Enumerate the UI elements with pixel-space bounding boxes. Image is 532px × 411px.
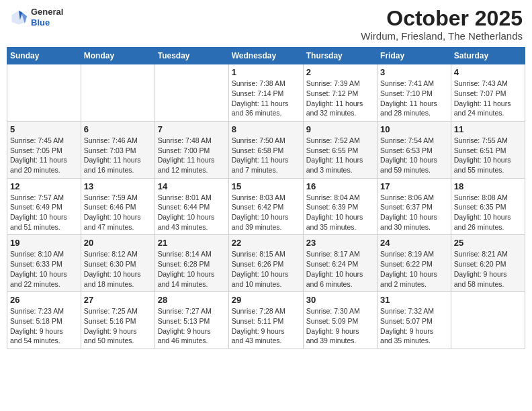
logo-blue: Blue — [31, 17, 63, 28]
day-info: Sunrise: 7:48 AM Sunset: 7:00 PM Dayligh… — [158, 136, 226, 175]
weekday-header: Wednesday — [228, 48, 303, 64]
calendar-cell — [451, 292, 525, 349]
day-info: Sunrise: 7:46 AM Sunset: 7:03 PM Dayligh… — [84, 136, 152, 175]
weekday-header: Saturday — [451, 48, 525, 64]
day-number: 12 — [10, 181, 78, 191]
calendar-cell: 12Sunrise: 7:57 AM Sunset: 6:49 PM Dayli… — [7, 178, 81, 235]
calendar-cell: 17Sunrise: 8:06 AM Sunset: 6:37 PM Dayli… — [378, 178, 451, 235]
day-number: 9 — [306, 124, 374, 134]
calendar-cell: 18Sunrise: 8:08 AM Sunset: 6:35 PM Dayli… — [451, 178, 525, 235]
calendar-cell: 24Sunrise: 8:19 AM Sunset: 6:22 PM Dayli… — [378, 235, 451, 292]
day-info: Sunrise: 7:27 AM Sunset: 5:13 PM Dayligh… — [158, 306, 226, 346]
logo-text: General Blue — [31, 7, 63, 28]
day-number: 2 — [306, 67, 374, 77]
day-number: 29 — [232, 295, 300, 305]
logo-icon — [9, 8, 28, 27]
day-number: 1 — [232, 67, 300, 77]
day-number: 6 — [84, 124, 152, 134]
day-number: 25 — [454, 238, 522, 248]
day-info: Sunrise: 7:23 AM Sunset: 5:18 PM Dayligh… — [10, 306, 78, 346]
calendar-cell — [81, 64, 154, 122]
weekday-header: Friday — [378, 48, 451, 64]
calendar-cell — [154, 64, 228, 122]
calendar-cell: 3Sunrise: 7:41 AM Sunset: 7:10 PM Daylig… — [378, 64, 451, 122]
calendar-cell: 31Sunrise: 7:32 AM Sunset: 5:07 PM Dayli… — [378, 292, 451, 349]
day-info: Sunrise: 8:15 AM Sunset: 6:26 PM Dayligh… — [232, 249, 300, 289]
day-number: 15 — [232, 181, 300, 191]
calendar-cell — [7, 64, 81, 122]
day-number: 23 — [306, 238, 374, 248]
calendar-week-row: 5Sunrise: 7:45 AM Sunset: 7:05 PM Daylig… — [7, 121, 525, 178]
day-info: Sunrise: 8:14 AM Sunset: 6:28 PM Dayligh… — [158, 249, 226, 289]
day-info: Sunrise: 8:10 AM Sunset: 6:33 PM Dayligh… — [10, 249, 78, 289]
calendar-cell: 16Sunrise: 8:04 AM Sunset: 6:39 PM Dayli… — [303, 178, 377, 235]
day-number: 21 — [158, 238, 226, 248]
calendar-week-row: 12Sunrise: 7:57 AM Sunset: 6:49 PM Dayli… — [7, 178, 525, 235]
day-number: 20 — [84, 238, 152, 248]
calendar-cell: 20Sunrise: 8:12 AM Sunset: 6:30 PM Dayli… — [81, 235, 154, 292]
weekday-header: Tuesday — [154, 48, 228, 64]
logo: General Blue — [9, 7, 63, 28]
calendar-cell: 2Sunrise: 7:39 AM Sunset: 7:12 PM Daylig… — [303, 64, 377, 122]
calendar-cell: 22Sunrise: 8:15 AM Sunset: 6:26 PM Dayli… — [228, 235, 303, 292]
day-info: Sunrise: 8:12 AM Sunset: 6:30 PM Dayligh… — [84, 249, 152, 289]
day-info: Sunrise: 7:54 AM Sunset: 6:53 PM Dayligh… — [380, 136, 448, 175]
calendar-week-row: 1Sunrise: 7:38 AM Sunset: 7:14 PM Daylig… — [7, 64, 525, 122]
day-info: Sunrise: 7:43 AM Sunset: 7:07 PM Dayligh… — [454, 79, 522, 118]
day-number: 5 — [10, 124, 78, 134]
calendar-cell: 26Sunrise: 7:23 AM Sunset: 5:18 PM Dayli… — [7, 292, 81, 349]
day-info: Sunrise: 7:25 AM Sunset: 5:16 PM Dayligh… — [84, 306, 152, 346]
day-number: 30 — [306, 295, 374, 305]
calendar-cell: 25Sunrise: 8:21 AM Sunset: 6:20 PM Dayli… — [451, 235, 525, 292]
day-number: 17 — [380, 181, 448, 191]
day-info: Sunrise: 8:01 AM Sunset: 6:44 PM Dayligh… — [158, 193, 226, 232]
day-number: 3 — [380, 67, 448, 77]
calendar-cell: 29Sunrise: 7:28 AM Sunset: 5:11 PM Dayli… — [228, 292, 303, 349]
day-info: Sunrise: 7:59 AM Sunset: 6:46 PM Dayligh… — [84, 193, 152, 232]
weekday-header-row: SundayMondayTuesdayWednesdayThursdayFrid… — [7, 48, 525, 64]
day-number: 26 — [10, 295, 78, 305]
day-number: 22 — [232, 238, 300, 248]
calendar-cell: 10Sunrise: 7:54 AM Sunset: 6:53 PM Dayli… — [378, 121, 451, 178]
calendar-week-row: 26Sunrise: 7:23 AM Sunset: 5:18 PM Dayli… — [7, 292, 525, 349]
weekday-header: Sunday — [7, 48, 81, 64]
day-info: Sunrise: 7:45 AM Sunset: 7:05 PM Dayligh… — [10, 136, 78, 175]
day-info: Sunrise: 8:21 AM Sunset: 6:20 PM Dayligh… — [454, 249, 522, 289]
calendar-cell: 19Sunrise: 8:10 AM Sunset: 6:33 PM Dayli… — [7, 235, 81, 292]
day-number: 14 — [158, 181, 226, 191]
calendar-cell: 8Sunrise: 7:50 AM Sunset: 6:58 PM Daylig… — [228, 121, 303, 178]
day-number: 10 — [380, 124, 448, 134]
day-number: 18 — [454, 181, 522, 191]
day-info: Sunrise: 8:04 AM Sunset: 6:39 PM Dayligh… — [306, 193, 374, 232]
calendar-cell: 23Sunrise: 8:17 AM Sunset: 6:24 PM Dayli… — [303, 235, 377, 292]
day-info: Sunrise: 7:57 AM Sunset: 6:49 PM Dayligh… — [10, 193, 78, 232]
day-number: 16 — [306, 181, 374, 191]
day-number: 27 — [84, 295, 152, 305]
calendar-cell: 4Sunrise: 7:43 AM Sunset: 7:07 PM Daylig… — [451, 64, 525, 122]
day-info: Sunrise: 7:32 AM Sunset: 5:07 PM Dayligh… — [380, 306, 448, 346]
calendar-table: SundayMondayTuesdayWednesdayThursdayFrid… — [7, 47, 525, 349]
day-info: Sunrise: 7:39 AM Sunset: 7:12 PM Dayligh… — [306, 79, 374, 118]
calendar-cell: 11Sunrise: 7:55 AM Sunset: 6:51 PM Dayli… — [451, 121, 525, 178]
calendar-cell: 27Sunrise: 7:25 AM Sunset: 5:16 PM Dayli… — [81, 292, 154, 349]
weekday-header: Thursday — [303, 48, 377, 64]
calendar-cell: 21Sunrise: 8:14 AM Sunset: 6:28 PM Dayli… — [154, 235, 228, 292]
weekday-header: Monday — [81, 48, 154, 64]
day-info: Sunrise: 8:17 AM Sunset: 6:24 PM Dayligh… — [306, 249, 374, 289]
calendar-cell: 5Sunrise: 7:45 AM Sunset: 7:05 PM Daylig… — [7, 121, 81, 178]
day-number: 24 — [380, 238, 448, 248]
day-info: Sunrise: 8:08 AM Sunset: 6:35 PM Dayligh… — [454, 193, 522, 232]
day-info: Sunrise: 7:30 AM Sunset: 5:09 PM Dayligh… — [306, 306, 374, 346]
day-info: Sunrise: 7:52 AM Sunset: 6:55 PM Dayligh… — [306, 136, 374, 175]
day-number: 28 — [158, 295, 226, 305]
subtitle: Wirdum, Friesland, The Netherlands — [361, 30, 523, 42]
day-info: Sunrise: 7:38 AM Sunset: 7:14 PM Dayligh… — [232, 79, 300, 118]
day-number: 13 — [84, 181, 152, 191]
calendar-cell: 13Sunrise: 7:59 AM Sunset: 6:46 PM Dayli… — [81, 178, 154, 235]
day-info: Sunrise: 7:28 AM Sunset: 5:11 PM Dayligh… — [232, 306, 300, 346]
calendar-week-row: 19Sunrise: 8:10 AM Sunset: 6:33 PM Dayli… — [7, 235, 525, 292]
calendar-cell: 6Sunrise: 7:46 AM Sunset: 7:03 PM Daylig… — [81, 121, 154, 178]
calendar-cell: 7Sunrise: 7:48 AM Sunset: 7:00 PM Daylig… — [154, 121, 228, 178]
calendar-cell: 1Sunrise: 7:38 AM Sunset: 7:14 PM Daylig… — [228, 64, 303, 122]
day-info: Sunrise: 8:03 AM Sunset: 6:42 PM Dayligh… — [232, 193, 300, 232]
